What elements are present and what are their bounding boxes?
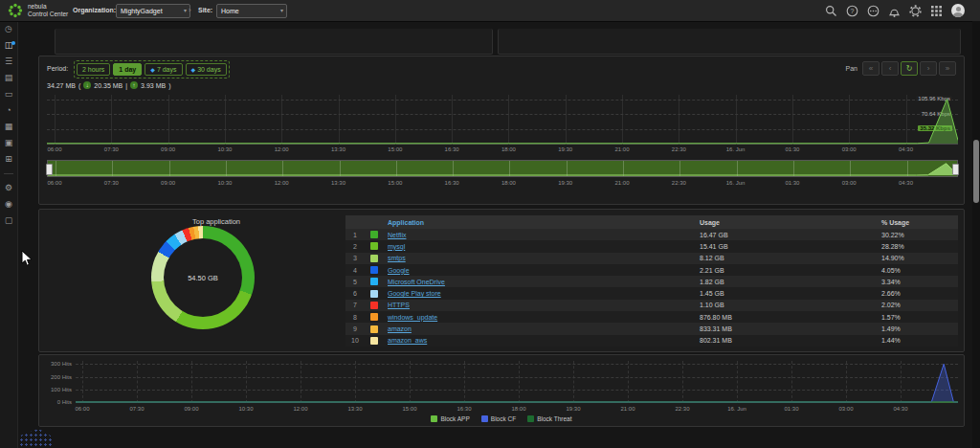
period-button-7-days[interactable]: ◆7 days [145,63,182,76]
x-tick-label: 15:00 [402,406,416,412]
x-tick-label: 19:30 [558,146,572,152]
row-rank: 6 [345,290,365,297]
brush-handle-right[interactable] [952,164,959,175]
row-usage: 876.80 MB [700,314,881,321]
x-tick-label: 21:00 [614,146,629,152]
x-tick-label: 06:00 [47,146,61,152]
settings-gear-icon[interactable] [909,5,922,17]
row-rank: 3 [345,255,365,261]
application-link[interactable]: HTTPS [388,302,410,308]
application-color-swatch [370,325,378,333]
site-select[interactable]: Home ▾ [216,4,287,18]
legend-swatch [431,415,437,422]
row-swatch-cell [365,302,388,309]
x-tick-label: 09:00 [161,180,175,186]
sidebar-item-access-point[interactable]: ▤ [0,70,17,86]
upload-usage-value: 3.93 MB [141,82,166,89]
period-button-2-hours[interactable]: 2 hours [77,63,110,76]
application-link[interactable]: Google Play store [388,290,441,297]
vertical-scrollbar[interactable] [972,21,980,448]
sidebar-item-firewall[interactable]: ◔ [0,102,17,119]
x-tick-label: 03:00 [842,146,857,152]
application-link[interactable]: mysql [388,243,405,250]
table-body: 1Netflix16.47 GB30.22%2mysql15.41 GB28.2… [345,229,958,347]
period-button-1-day[interactable]: 1 day [113,63,142,76]
svg-text:?: ? [851,8,855,14]
premium-diamond-icon: ◆ [150,67,155,73]
application-link[interactable]: amazon [388,325,412,332]
donut-center-label: 54.50 GB [151,226,255,329]
application-color-swatch [370,278,378,285]
application-link[interactable]: Netflix [388,232,406,238]
x-tick-label: 22:30 [672,146,686,152]
sidebar: ◷◫☰▤▭◔▦▣⊞⚙◉▢ [0,21,18,448]
user-avatar[interactable] [951,4,965,17]
period-button-label: 2 hours [82,66,104,73]
brand-line1: nebula [28,3,68,11]
period-button-30-days[interactable]: ◆30 days [186,63,227,76]
sidebar-item-configure[interactable]: ⊞ [0,151,17,168]
x-tick-label: 06:00 [75,406,89,412]
brush-series [48,161,959,176]
reports-icon: ▦ [5,123,13,131]
period-button-label: 1 day [119,66,136,73]
legend-item: Block CF [481,415,516,422]
apps-grid-icon[interactable] [930,5,943,17]
scrollbar-thumb[interactable] [973,140,979,203]
top-applications-panel: Top application 54.50 GB Application Usa… [38,209,965,352]
feedback-icon[interactable] [867,5,880,17]
timeline-brush[interactable] [47,160,958,177]
row-swatch-cell [365,242,388,250]
help-icon[interactable]: ? [846,5,858,17]
pct-usage-header: % Usage [881,219,958,226]
sidebar-item-clients[interactable]: ▭ [0,86,17,102]
application-link[interactable]: amazon_aws [388,337,427,344]
application-color-swatch [370,290,378,298]
row-pct-usage: 4.05% [881,267,958,274]
application-color-swatch [370,302,378,309]
x-tick-label: 01:30 [784,406,798,412]
row-swatch-cell [365,255,388,262]
truncated-card-left [55,29,493,55]
organization-select[interactable]: MightyGadget ▾ [116,4,190,18]
row-swatch-cell [365,313,388,321]
pan-backward-button[interactable]: ‹ [881,61,899,76]
refresh-button[interactable]: ↻ [901,61,918,76]
pan-forward-button[interactable]: › [920,61,937,76]
chevron-down-icon: ▾ [184,5,187,17]
application-link[interactable]: Google [388,267,410,274]
row-usage: 2.21 GB [700,267,881,274]
upload-icon: ↑ [130,81,138,89]
sidebar-item-tools[interactable]: ⚙ [0,180,17,196]
x-tick-label: 07:30 [104,180,119,186]
table-row: 4Google2.21 GB4.05% [345,264,958,276]
row-name-cell: amazon_aws [388,337,700,344]
row-pct-usage: 1.57% [881,314,958,321]
row-pct-usage: 3.34% [881,279,958,285]
sidebar-item-reports[interactable]: ▦ [0,119,17,135]
sidebar-item-switch[interactable]: ☰ [0,54,17,70]
x-tick-label: 04:30 [899,146,913,152]
sidebar-item-site-wide[interactable]: ◫ [0,37,17,54]
sidebar-item-dashboard[interactable]: ◷ [0,21,17,37]
search-icon[interactable] [825,5,837,17]
table-row: 5Microsoft OneDrive1.82 GB3.34% [345,276,958,287]
application-color-swatch [370,337,378,345]
application-link[interactable]: windows_update [388,314,437,321]
sidebar-item-license[interactable]: ▣ [0,135,17,151]
pan-fast-backward-button[interactable]: « [862,61,880,76]
switch-icon: ☰ [5,57,12,66]
pan-fast-forward-button[interactable]: » [939,61,956,76]
x-tick-label: 16. Jun [726,146,746,152]
application-link[interactable]: smtps [388,255,406,261]
row-pct-usage: 14.90% [881,255,958,261]
notifications-bell-icon[interactable] [888,5,901,17]
access-point-icon: ▤ [5,74,13,82]
sidebar-item-organization[interactable]: ▢ [0,213,17,229]
table-row: 2mysql15.41 GB28.28% [345,240,958,252]
brush-handle-left[interactable] [46,164,53,175]
application-link[interactable]: Microsoft OneDrive [388,279,445,285]
row-pct-usage: 1.44% [881,337,958,344]
usage-panel: Period: 2 hours1 day◆7 days◆30 days Pan … [38,56,965,205]
sidebar-item-help[interactable]: ◉ [0,196,17,213]
